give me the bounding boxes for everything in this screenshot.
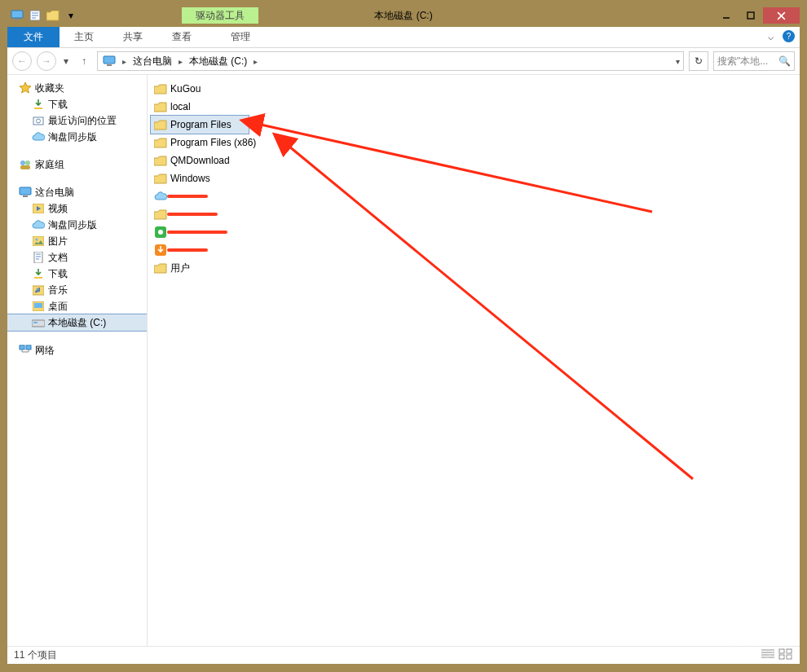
expand-ribbon-icon[interactable]: ⌵: [765, 31, 776, 42]
drive-icon: [32, 316, 45, 329]
qat-newfolder-icon[interactable]: [45, 7, 61, 24]
star-icon: [19, 81, 32, 94]
svg-rect-25: [26, 345, 31, 349]
sidebar-item-downloads[interactable]: 下载: [7, 96, 147, 112]
tab-file[interactable]: 文件: [7, 27, 60, 47]
svg-rect-17: [34, 252, 42, 263]
file-label: KuGou: [170, 83, 201, 94]
app-green-icon: [154, 226, 167, 239]
folder-icon: [154, 154, 167, 167]
tab-view[interactable]: 查看: [157, 27, 206, 47]
chevron-right-icon[interactable]: ▸: [252, 57, 259, 66]
forward-button[interactable]: →: [37, 51, 56, 71]
file-item[interactable]: Windows: [151, 169, 249, 187]
music-icon: [32, 283, 45, 296]
svg-point-10: [25, 160, 30, 165]
help-icon[interactable]: ?: [783, 30, 795, 42]
folder-icon: [154, 82, 167, 95]
download-icon: [32, 267, 45, 280]
view-details-icon[interactable]: [761, 648, 775, 662]
view-thumbnails-icon[interactable]: [778, 648, 793, 662]
svg-rect-1: [15, 19, 20, 20]
app-icon: [9, 7, 25, 24]
sidebar-item-recent[interactable]: 最近访问的位置: [7, 112, 147, 129]
cloud-icon: [32, 130, 45, 143]
search-input[interactable]: 搜索"本地... 🔍: [713, 51, 795, 71]
file-item[interactable]: QMDownload: [151, 152, 249, 169]
cloud-icon: [32, 218, 45, 231]
sidebar-item-pictures[interactable]: 图片: [7, 233, 147, 249]
crumb-drive[interactable]: 本地磁盘 (C:): [186, 55, 250, 68]
chevron-right-icon[interactable]: ▸: [177, 57, 184, 66]
folder-icon: [154, 172, 167, 185]
sidebar-item-drive-c[interactable]: 本地磁盘 (C:): [7, 314, 147, 331]
file-item[interactable]: 用户: [151, 259, 249, 277]
crumb-pc[interactable]: 这台电脑: [130, 55, 175, 68]
refresh-button[interactable]: ↻: [689, 51, 708, 71]
recent-icon: [32, 114, 45, 127]
ribbon-tabs: 文件 主页 共享 查看 管理 ⌵ ?: [7, 27, 800, 48]
minimize-button[interactable]: [714, 7, 739, 24]
sidebar-item-downloads-2[interactable]: 下载: [7, 266, 147, 282]
qat-dropdown-icon[interactable]: ▾: [63, 7, 79, 24]
svg-rect-5: [107, 64, 112, 66]
folder-icon: [154, 261, 167, 275]
file-item[interactable]: KuGou: [151, 80, 249, 98]
svg-point-16: [36, 239, 38, 241]
svg-rect-30: [787, 649, 792, 653]
qat-properties-icon[interactable]: [27, 7, 43, 24]
maximize-button[interactable]: [739, 7, 763, 24]
breadcrumb-dropdown-icon[interactable]: ▾: [674, 57, 681, 66]
app-orange-icon: [154, 244, 167, 257]
svg-rect-21: [34, 303, 42, 308]
redaction-mark: [167, 213, 218, 216]
contextual-tab-drive-tools[interactable]: 驱动器工具: [182, 7, 258, 24]
desktop-icon: [32, 300, 45, 313]
tree-header-favorites[interactable]: 收藏夹: [7, 80, 147, 96]
back-button[interactable]: ←: [12, 51, 32, 71]
svg-rect-0: [11, 11, 23, 18]
tree-header-network[interactable]: 网络: [7, 342, 147, 358]
breadcrumb[interactable]: ▸ 这台电脑 ▸ 本地磁盘 (C:) ▸ ▾: [97, 51, 684, 71]
file-item[interactable]: Program Files (x86): [151, 134, 259, 152]
svg-rect-4: [104, 56, 115, 64]
svg-point-9: [20, 160, 25, 165]
file-label: local: [170, 101, 191, 112]
tree-header-thispc[interactable]: 这台电脑: [7, 184, 147, 200]
up-button[interactable]: ↑: [76, 53, 92, 69]
sidebar-item-taopan[interactable]: 淘盘同步版: [7, 129, 147, 145]
address-bar: ← → ▾ ↑ ▸ 这台电脑 ▸ 本地磁盘 (C:) ▸ ▾ ↻ 搜索"本地..…: [7, 48, 800, 74]
picture-icon: [32, 235, 45, 248]
chevron-right-icon[interactable]: ▸: [121, 57, 128, 66]
navigation-pane[interactable]: 收藏夹 下载 最近访问的位置 淘盘同步版 家庭: [7, 75, 148, 646]
folder-icon: [154, 118, 167, 131]
tab-home[interactable]: 主页: [60, 27, 108, 47]
file-list[interactable]: KuGoulocalProgram FilesProgram Files (x8…: [148, 75, 800, 646]
video-icon: [32, 202, 45, 215]
file-label: Windows: [170, 173, 210, 184]
redaction-mark: [167, 231, 227, 234]
file-label: Program Files: [170, 119, 232, 130]
file-item[interactable]: Program Files: [151, 116, 249, 134]
download-icon: [32, 98, 45, 111]
search-icon: 🔍: [778, 55, 791, 67]
redaction-mark: [167, 195, 208, 198]
svg-rect-3: [747, 12, 754, 19]
folder-icon: [154, 100, 167, 113]
redaction-mark: [167, 248, 208, 252]
recent-locations-dropdown[interactable]: ▾: [61, 51, 71, 71]
svg-rect-18: [34, 277, 42, 279]
svg-point-8: [37, 119, 41, 123]
file-item[interactable]: local: [151, 98, 249, 116]
sidebar-item-music[interactable]: 音乐: [7, 282, 147, 298]
sidebar-item-desktop[interactable]: 桌面: [7, 298, 147, 314]
sidebar-item-documents[interactable]: 文档: [7, 249, 147, 266]
sidebar-item-videos[interactable]: 视频: [7, 200, 147, 217]
item-count: 11 个项目: [14, 648, 57, 662]
tab-share[interactable]: 共享: [108, 27, 157, 47]
file-label: QMDownload: [170, 155, 230, 166]
close-button[interactable]: [763, 7, 800, 24]
sidebar-item-taopan-2[interactable]: 淘盘同步版: [7, 217, 147, 233]
tree-header-homegroup[interactable]: 家庭组: [7, 156, 147, 173]
tab-manage[interactable]: 管理: [216, 27, 265, 47]
